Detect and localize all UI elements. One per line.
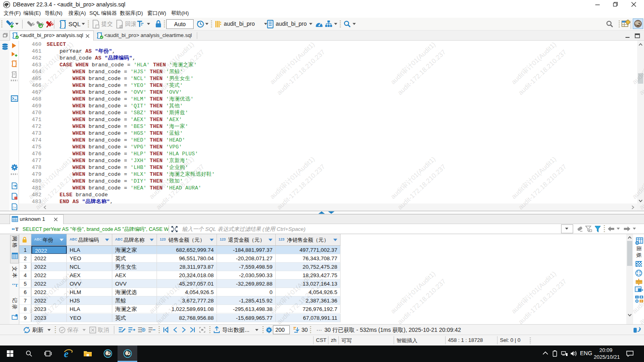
svg-text:T: T [15,226,19,232]
svg-text:(x): (x) [12,206,18,209]
svg-text:T: T [15,283,18,288]
